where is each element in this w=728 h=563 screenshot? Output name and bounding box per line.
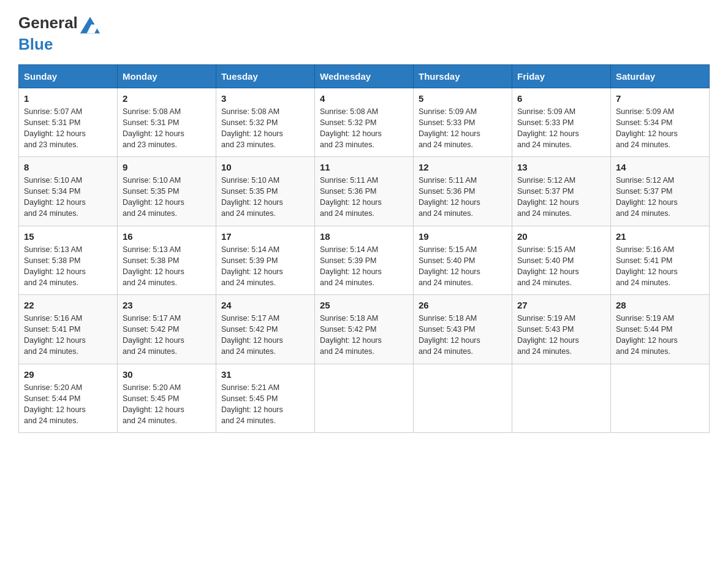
- day-info: Sunrise: 5:16 AMSunset: 5:41 PMDaylight:…: [616, 244, 704, 289]
- day-number: 27: [517, 300, 605, 310]
- logo-blue-text: Blue: [18, 35, 53, 53]
- day-info: Sunrise: 5:09 AMSunset: 5:34 PMDaylight:…: [616, 106, 704, 151]
- calendar-cell: 13Sunrise: 5:12 AMSunset: 5:37 PMDayligh…: [512, 157, 611, 226]
- day-number: 5: [419, 93, 507, 104]
- day-number: 11: [320, 162, 408, 172]
- day-info: Sunrise: 5:08 AMSunset: 5:32 PMDaylight:…: [221, 106, 309, 151]
- calendar-cell: 14Sunrise: 5:12 AMSunset: 5:37 PMDayligh…: [611, 157, 710, 226]
- calendar-cell: 17Sunrise: 5:14 AMSunset: 5:39 PMDayligh…: [216, 226, 315, 295]
- calendar-cell: 16Sunrise: 5:13 AMSunset: 5:38 PMDayligh…: [118, 226, 216, 295]
- day-info: Sunrise: 5:17 AMSunset: 5:42 PMDaylight:…: [123, 313, 211, 358]
- day-info: Sunrise: 5:11 AMSunset: 5:36 PMDaylight:…: [419, 175, 507, 220]
- calendar-cell: 27Sunrise: 5:19 AMSunset: 5:43 PMDayligh…: [512, 295, 611, 364]
- day-number: 6: [517, 93, 605, 104]
- day-info: Sunrise: 5:17 AMSunset: 5:42 PMDaylight:…: [221, 313, 309, 358]
- calendar-cell: 18Sunrise: 5:14 AMSunset: 5:39 PMDayligh…: [315, 226, 414, 295]
- day-number: 1: [24, 93, 112, 104]
- logo-text: General Blue: [18, 12, 101, 53]
- calendar-body: 1Sunrise: 5:07 AMSunset: 5:31 PMDaylight…: [19, 88, 710, 433]
- day-number: 29: [24, 369, 112, 380]
- day-number: 19: [419, 231, 507, 242]
- calendar-cell: 25Sunrise: 5:18 AMSunset: 5:42 PMDayligh…: [315, 295, 414, 364]
- day-number: 26: [419, 300, 507, 310]
- day-number: 10: [221, 162, 309, 172]
- day-info: Sunrise: 5:14 AMSunset: 5:39 PMDaylight:…: [221, 244, 309, 289]
- day-info: Sunrise: 5:13 AMSunset: 5:38 PMDaylight:…: [123, 244, 211, 289]
- day-info: Sunrise: 5:16 AMSunset: 5:41 PMDaylight:…: [24, 313, 112, 358]
- calendar-cell: 28Sunrise: 5:19 AMSunset: 5:44 PMDayligh…: [611, 295, 710, 364]
- calendar-cell: 15Sunrise: 5:13 AMSunset: 5:38 PMDayligh…: [19, 226, 118, 295]
- calendar-week-1: 1Sunrise: 5:07 AMSunset: 5:31 PMDaylight…: [19, 88, 710, 157]
- day-number: 8: [24, 162, 112, 172]
- day-number: 4: [320, 93, 408, 104]
- day-number: 31: [221, 369, 309, 380]
- day-number: 17: [221, 231, 309, 242]
- day-info: Sunrise: 5:09 AMSunset: 5:33 PMDaylight:…: [517, 106, 605, 151]
- day-info: Sunrise: 5:12 AMSunset: 5:37 PMDaylight:…: [517, 175, 605, 220]
- calendar-cell: 24Sunrise: 5:17 AMSunset: 5:42 PMDayligh…: [216, 295, 315, 364]
- day-number: 14: [616, 162, 704, 172]
- day-info: Sunrise: 5:10 AMSunset: 5:34 PMDaylight:…: [24, 175, 112, 220]
- logo-icon: [79, 13, 101, 36]
- calendar-table: SundayMondayTuesdayWednesdayThursdayFrid…: [18, 64, 710, 434]
- calendar-week-2: 8Sunrise: 5:10 AMSunset: 5:34 PMDaylight…: [19, 157, 710, 226]
- day-number: 2: [123, 93, 211, 104]
- day-info: Sunrise: 5:10 AMSunset: 5:35 PMDaylight:…: [123, 175, 211, 220]
- column-header-saturday: Saturday: [611, 64, 710, 88]
- day-number: 21: [616, 231, 704, 242]
- day-info: Sunrise: 5:07 AMSunset: 5:31 PMDaylight:…: [24, 106, 112, 151]
- day-info: Sunrise: 5:15 AMSunset: 5:40 PMDaylight:…: [517, 244, 605, 289]
- day-number: 15: [24, 231, 112, 242]
- day-info: Sunrise: 5:19 AMSunset: 5:44 PMDaylight:…: [616, 313, 704, 358]
- day-number: 20: [517, 231, 605, 242]
- day-number: 13: [517, 162, 605, 172]
- day-info: Sunrise: 5:21 AMSunset: 5:45 PMDaylight:…: [221, 382, 309, 427]
- day-info: Sunrise: 5:15 AMSunset: 5:40 PMDaylight:…: [419, 244, 507, 289]
- page-header: General Blue: [18, 12, 710, 53]
- calendar-cell: 1Sunrise: 5:07 AMSunset: 5:31 PMDaylight…: [19, 88, 118, 157]
- day-info: Sunrise: 5:20 AMSunset: 5:45 PMDaylight:…: [123, 382, 211, 427]
- day-number: 12: [419, 162, 507, 172]
- calendar-cell: 19Sunrise: 5:15 AMSunset: 5:40 PMDayligh…: [414, 226, 512, 295]
- calendar-cell: 2Sunrise: 5:08 AMSunset: 5:31 PMDaylight…: [118, 88, 216, 157]
- day-number: 24: [221, 300, 309, 310]
- column-header-friday: Friday: [512, 64, 611, 88]
- calendar-cell: 7Sunrise: 5:09 AMSunset: 5:34 PMDaylight…: [611, 88, 710, 157]
- calendar-cell: [315, 364, 414, 433]
- day-info: Sunrise: 5:08 AMSunset: 5:31 PMDaylight:…: [123, 106, 211, 151]
- calendar-week-4: 22Sunrise: 5:16 AMSunset: 5:41 PMDayligh…: [19, 295, 710, 364]
- column-header-monday: Monday: [118, 64, 216, 88]
- calendar-week-5: 29Sunrise: 5:20 AMSunset: 5:44 PMDayligh…: [19, 364, 710, 433]
- calendar-cell: 8Sunrise: 5:10 AMSunset: 5:34 PMDaylight…: [19, 157, 118, 226]
- day-info: Sunrise: 5:08 AMSunset: 5:32 PMDaylight:…: [320, 106, 408, 151]
- calendar-cell: 20Sunrise: 5:15 AMSunset: 5:40 PMDayligh…: [512, 226, 611, 295]
- logo: General Blue: [18, 12, 101, 53]
- calendar-cell: 26Sunrise: 5:18 AMSunset: 5:43 PMDayligh…: [414, 295, 512, 364]
- day-info: Sunrise: 5:13 AMSunset: 5:38 PMDaylight:…: [24, 244, 112, 289]
- day-info: Sunrise: 5:14 AMSunset: 5:39 PMDaylight:…: [320, 244, 408, 289]
- calendar-cell: [512, 364, 611, 433]
- calendar-cell: 30Sunrise: 5:20 AMSunset: 5:45 PMDayligh…: [118, 364, 216, 433]
- calendar-cell: 23Sunrise: 5:17 AMSunset: 5:42 PMDayligh…: [118, 295, 216, 364]
- day-info: Sunrise: 5:11 AMSunset: 5:36 PMDaylight:…: [320, 175, 408, 220]
- day-number: 18: [320, 231, 408, 242]
- calendar-header: SundayMondayTuesdayWednesdayThursdayFrid…: [19, 64, 710, 88]
- column-header-tuesday: Tuesday: [216, 64, 315, 88]
- day-number: 28: [616, 300, 704, 310]
- calendar-cell: 6Sunrise: 5:09 AMSunset: 5:33 PMDaylight…: [512, 88, 611, 157]
- day-info: Sunrise: 5:12 AMSunset: 5:37 PMDaylight:…: [616, 175, 704, 220]
- day-info: Sunrise: 5:19 AMSunset: 5:43 PMDaylight:…: [517, 313, 605, 358]
- calendar-cell: 10Sunrise: 5:10 AMSunset: 5:35 PMDayligh…: [216, 157, 315, 226]
- calendar-cell: 3Sunrise: 5:08 AMSunset: 5:32 PMDaylight…: [216, 88, 315, 157]
- day-number: 7: [616, 93, 704, 104]
- calendar-cell: 4Sunrise: 5:08 AMSunset: 5:32 PMDaylight…: [315, 88, 414, 157]
- column-header-wednesday: Wednesday: [315, 64, 414, 88]
- day-number: 22: [24, 300, 112, 310]
- calendar-cell: 21Sunrise: 5:16 AMSunset: 5:41 PMDayligh…: [611, 226, 710, 295]
- day-number: 23: [123, 300, 211, 310]
- calendar-cell: [611, 364, 710, 433]
- day-info: Sunrise: 5:18 AMSunset: 5:42 PMDaylight:…: [320, 313, 408, 358]
- day-number: 3: [221, 93, 309, 104]
- calendar-cell: 29Sunrise: 5:20 AMSunset: 5:44 PMDayligh…: [19, 364, 118, 433]
- calendar-week-3: 15Sunrise: 5:13 AMSunset: 5:38 PMDayligh…: [19, 226, 710, 295]
